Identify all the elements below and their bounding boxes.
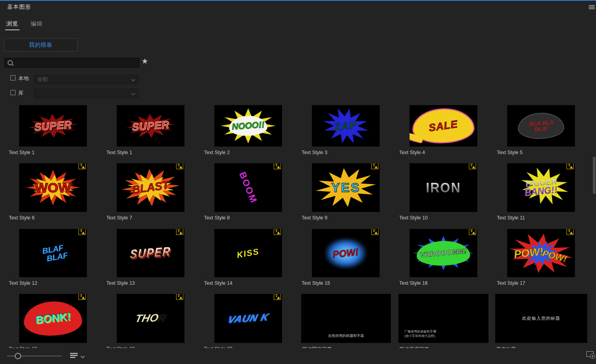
art-text: WOW bbox=[35, 180, 71, 196]
panel-focus-line bbox=[0, 0, 596, 1]
template-item[interactable]: SUPER Text Style 1 bbox=[9, 105, 106, 155]
art-text: IRON bbox=[426, 179, 461, 196]
tab-edit[interactable]: 编辑 bbox=[31, 20, 43, 27]
template-label: Text Style 3 bbox=[302, 150, 399, 155]
chevron-down-icon[interactable] bbox=[80, 354, 84, 358]
font-warning-badge: T bbox=[274, 163, 281, 169]
template-thumbnail[interactable]: T POW! bbox=[312, 229, 380, 277]
template-thumbnail[interactable]: SUPER bbox=[19, 105, 87, 147]
search-input[interactable] bbox=[16, 59, 137, 68]
art-text: KISS bbox=[236, 247, 260, 260]
template-thumbnail[interactable]: 在线使用的标题和字幕 bbox=[301, 294, 391, 343]
template-thumbnail[interactable]: T BLAF BLAF bbox=[19, 229, 87, 277]
local-checkbox[interactable] bbox=[10, 75, 16, 80]
library-checkbox[interactable] bbox=[10, 90, 16, 95]
template-item[interactable]: T THO R Text Style 19 bbox=[106, 294, 204, 352]
font-warning-badge: T bbox=[274, 294, 281, 300]
search-box[interactable] bbox=[4, 58, 139, 68]
template-item[interactable]: T POW! POW! Text Style 17 bbox=[497, 229, 594, 286]
thumbnail-zoom-slider-thumb[interactable] bbox=[15, 353, 21, 359]
template-label: Text Style 5 bbox=[497, 150, 594, 155]
favorites-star-icon[interactable]: ★ bbox=[141, 57, 148, 65]
template-label: Text Style 13 bbox=[106, 280, 204, 286]
template-item[interactable]: T BIGGER BANG!! Text Style 11 bbox=[497, 163, 594, 221]
template-item[interactable]: SUPER Text Style 1 bbox=[106, 105, 204, 155]
template-item[interactable]: BLA BLA BLA! Text Style 5 bbox=[497, 105, 594, 155]
template-thumbnail[interactable]: T THO R bbox=[117, 294, 184, 343]
template-thumbnail[interactable]: T VAUN K bbox=[214, 294, 282, 343]
font-warning-badge: T bbox=[78, 229, 86, 235]
template-thumbnail[interactable]: 此处输入您的标题 bbox=[495, 294, 587, 343]
template-item[interactable]: T WOW Text Style 6 bbox=[9, 163, 106, 221]
template-item[interactable]: T POW! Text Style 15 bbox=[302, 229, 399, 286]
chevron-down-icon bbox=[131, 91, 135, 95]
art-text: BANG!! bbox=[524, 184, 558, 198]
art-text: SUPER bbox=[34, 118, 73, 133]
template-thumbnail[interactable]: 广播使用的标题和字幕 (较小字体和较大边框) bbox=[398, 294, 488, 343]
template-thumbnail[interactable]: T IRON bbox=[410, 163, 477, 212]
template-thumbnail[interactable]: T BLAST bbox=[117, 163, 184, 212]
art-text: THO bbox=[134, 312, 159, 325]
template-thumbnail[interactable]: T VRROOOMM! bbox=[410, 229, 477, 277]
template-thumbnail[interactable]: NOOO!! bbox=[214, 105, 282, 147]
sort-menu-icon[interactable] bbox=[70, 353, 78, 359]
template-item[interactable]: T YES Text Style 9 bbox=[302, 163, 399, 221]
template-item[interactable]: T VAUN K Text Style 20 bbox=[204, 294, 302, 352]
vertical-scrollbar-thumb[interactable] bbox=[593, 157, 596, 194]
template-label: Text Style 1 bbox=[106, 150, 204, 155]
template-label: Text Style 17 bbox=[497, 280, 594, 286]
template-thumbnail[interactable]: T BONK! bbox=[19, 294, 87, 343]
template-thumbnail[interactable]: BLA BLA BLA! bbox=[507, 105, 575, 147]
font-warning-badge: T bbox=[176, 294, 183, 300]
template-item[interactable]: NOOO!! Text Style 2 bbox=[204, 105, 302, 155]
template-item[interactable]: T BLAF BLAF Text Style 12 bbox=[9, 229, 106, 286]
local-label: 本地 bbox=[18, 75, 29, 82]
library-label: 库 bbox=[18, 90, 24, 97]
local-filter-dropdown[interactable]: 全部 bbox=[34, 75, 139, 84]
template-thumbnail[interactable]: T BIGGER BANG!! bbox=[507, 163, 575, 212]
template-label: Text Style 2 bbox=[204, 150, 302, 155]
template-item[interactable]: T IRON Text Style 10 bbox=[399, 163, 497, 221]
template-item[interactable]: T BLAST Text Style 7 bbox=[106, 163, 204, 221]
art-text: YES bbox=[331, 180, 360, 195]
install-template-button[interactable] bbox=[586, 350, 596, 360]
template-item[interactable]: 此处输入您的标题 基本标题 bbox=[495, 294, 593, 353]
template-thumbnail[interactable]: T KISS bbox=[214, 229, 282, 277]
template-item[interactable]: T KISS Text Style 14 bbox=[204, 229, 302, 286]
template-item[interactable]: T BOOM Text Style 8 bbox=[204, 163, 302, 221]
template-item[interactable]: T VRROOOMM! Text Style 16 bbox=[399, 229, 497, 286]
template-item[interactable]: T BONK! Text Style 18 bbox=[9, 294, 106, 352]
plus-icon bbox=[590, 354, 595, 359]
template-thumbnail[interactable]: T YES bbox=[312, 163, 380, 212]
template-thumbnail[interactable]: SUPER bbox=[117, 105, 184, 147]
template-label: Text Style 1 bbox=[9, 150, 106, 155]
panel-menu-icon[interactable] bbox=[589, 5, 595, 10]
template-thumbnail[interactable]: T WOW bbox=[19, 163, 87, 212]
template-thumbnail[interactable]: ZAP bbox=[312, 105, 380, 147]
template-label: Text Style 6 bbox=[9, 215, 106, 221]
panel-title: 基本图形 bbox=[7, 4, 31, 11]
tab-browse[interactable]: 浏览 bbox=[6, 20, 18, 27]
thumbnail-caption: 广播使用的标题和字幕 (较小字体和较大边框) bbox=[404, 329, 436, 338]
template-label: Text Style 9 bbox=[302, 215, 399, 221]
bottom-toolbar bbox=[0, 348, 596, 364]
template-item[interactable]: 在线使用的标题和字幕 简洁网络字幕 bbox=[301, 294, 399, 353]
template-item[interactable]: 广播使用的标题和字幕 (较小字体和较大边框) 简洁直播字幕 bbox=[398, 294, 496, 353]
template-thumbnail[interactable]: T BOOM bbox=[214, 163, 282, 212]
my-templates-button[interactable]: 我的模板 bbox=[4, 38, 78, 51]
template-label: Text Style 14 bbox=[204, 280, 302, 286]
template-thumbnail[interactable]: T POW! POW! bbox=[507, 229, 575, 277]
font-warning-badge: T bbox=[176, 163, 183, 169]
template-item[interactable]: ZAP Text Style 3 bbox=[302, 105, 399, 155]
template-label: Text Style 11 bbox=[497, 215, 594, 221]
template-label: Text Style 7 bbox=[106, 215, 204, 221]
local-filter-value: 全部 bbox=[37, 76, 48, 82]
template-item[interactable]: SALE Text Style 4 bbox=[399, 105, 497, 155]
template-thumbnail[interactable]: T SUPER bbox=[117, 229, 184, 277]
library-dropdown[interactable] bbox=[34, 89, 139, 98]
template-thumbnail[interactable]: SALE bbox=[410, 105, 477, 147]
art-text: SUPER bbox=[131, 118, 170, 133]
font-warning-badge: T bbox=[176, 229, 183, 235]
template-label: Text Style 10 bbox=[399, 215, 497, 221]
template-item[interactable]: T SUPER Text Style 13 bbox=[106, 229, 204, 286]
